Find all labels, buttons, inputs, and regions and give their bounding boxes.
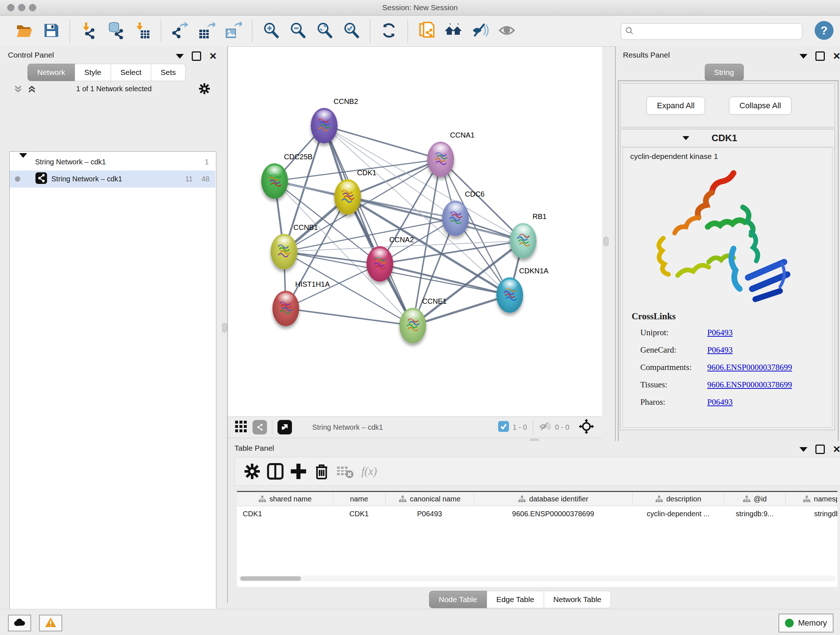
tab-edge-table[interactable]: Edge Table (487, 591, 544, 608)
table-cell[interactable]: P06493 (385, 507, 474, 521)
network-node-CCNB2[interactable] (311, 108, 338, 143)
crosslink-link[interactable]: P06493 (707, 328, 733, 337)
network-node-CDC25B[interactable] (261, 163, 288, 199)
zoom-selected-button[interactable] (342, 22, 361, 41)
node-label-CCNA1: CCNA1 (450, 131, 475, 139)
cloud-status-button[interactable] (8, 615, 31, 631)
delete-column-trash-icon[interactable] (312, 462, 331, 481)
export-image-button[interactable] (224, 22, 243, 41)
function-builder-fx[interactable]: f(x) (362, 465, 377, 478)
zoom-out-button[interactable] (288, 22, 307, 41)
network-collection-row[interactable]: String Network – cdk1 1 (10, 154, 215, 171)
close-panel-icon[interactable]: ✕ (833, 446, 840, 453)
maximize-panel-icon[interactable] (815, 445, 825, 454)
warnings-button[interactable] (39, 615, 62, 631)
left-splitter-handle[interactable] (222, 323, 227, 333)
birdseye-grid-icon[interactable] (234, 420, 248, 435)
zoom-in-button[interactable] (262, 22, 280, 41)
table-cell[interactable]: stringdb:9... (724, 507, 785, 521)
search-input[interactable] (638, 24, 802, 39)
gene-card-header[interactable]: CDK1 (621, 129, 835, 147)
open-session-button[interactable] (15, 22, 34, 41)
node-label-CCNE1: CCNE1 (422, 297, 447, 306)
crosslink-link[interactable]: 9606.ENSP00000378699 (707, 380, 792, 389)
network-canvas[interactable]: CCNB2CCNA1CDC25BCDK1CDC6RB1CCNB1CCNA2CDK… (228, 47, 602, 416)
network-node-RB1[interactable] (510, 223, 537, 258)
table-cell[interactable]: 9606.ENSP00000378699 (474, 507, 632, 521)
maximize-panel-icon[interactable] (192, 51, 201, 61)
import-network-database-button[interactable] (106, 22, 125, 41)
tab-node-table[interactable]: Node Table (429, 591, 487, 608)
show-columns-icon[interactable] (266, 462, 285, 481)
detach-view-button[interactable] (278, 420, 292, 434)
toolbar-search[interactable] (621, 23, 802, 40)
network-options-gear-icon[interactable] (198, 82, 210, 96)
network-node-CDK1[interactable] (334, 179, 361, 215)
expand-all-button[interactable]: Expand All (646, 97, 705, 115)
table-cell[interactable]: CDK1 (237, 507, 339, 521)
network-node-CCNA1[interactable] (427, 141, 454, 177)
help-button[interactable]: ? (815, 21, 834, 40)
network-node-CCNB1[interactable] (271, 234, 297, 269)
column-header[interactable]: namespace (785, 492, 837, 506)
collapse-all-button[interactable]: Collapse All (729, 97, 791, 115)
export-network-button[interactable] (171, 22, 189, 41)
right-splitter-handle[interactable] (603, 237, 608, 246)
table-hscrollbar[interactable] (239, 576, 836, 581)
close-panel-icon[interactable]: ✕ (209, 52, 217, 60)
fit-content-crosshair-icon[interactable] (579, 419, 594, 436)
tab-network[interactable]: Network (27, 64, 75, 81)
network-node-HIST1H1A[interactable] (272, 291, 299, 326)
duplicate-network-button[interactable] (417, 22, 436, 41)
tab-network-table[interactable]: Network Table (544, 591, 611, 608)
float-panel-icon[interactable] (799, 54, 807, 59)
float-panel-icon[interactable] (176, 54, 184, 59)
network-node-CDKN1A[interactable] (496, 277, 523, 313)
collapse-all-networks-icon[interactable] (13, 84, 23, 96)
apply-layout-button[interactable] (379, 22, 398, 41)
tab-sets[interactable]: Sets (151, 64, 186, 81)
network-share-icon[interactable] (253, 420, 267, 434)
network-row-selected[interactable]: String Network – cdk1 11 48 (10, 171, 215, 187)
save-session-button[interactable] (42, 22, 60, 41)
expand-all-networks-icon[interactable] (27, 84, 37, 96)
column-header[interactable]: canonical name (385, 492, 474, 506)
column-header[interactable]: name (333, 492, 386, 506)
tab-style[interactable]: Style (75, 64, 111, 81)
export-table-button[interactable] (197, 22, 216, 41)
tab-select[interactable]: Select (111, 64, 151, 81)
network-node-CCNE1[interactable] (399, 308, 426, 343)
column-header[interactable]: shared name (237, 492, 333, 506)
network-node-CCNA2[interactable] (366, 246, 393, 282)
network-collection-count: 1 (205, 158, 209, 166)
table-cell[interactable]: stringdb (785, 507, 837, 521)
close-panel-icon[interactable]: ✕ (833, 52, 840, 60)
crosslink-link[interactable]: 9606.ENSP00000378699 (707, 363, 792, 372)
zoom-fit-button[interactable] (315, 22, 334, 41)
results-panel-title: Results Panel (623, 51, 670, 59)
tree-expander-icon[interactable] (19, 158, 27, 166)
first-neighbors-button[interactable] (444, 22, 463, 41)
table-cell[interactable]: CDK1 (333, 507, 385, 521)
delete-table-icon[interactable] (335, 462, 354, 481)
crosslink-link[interactable]: P06493 (707, 345, 733, 355)
hide-selected-button[interactable] (471, 22, 489, 41)
column-header[interactable]: database identifier (474, 492, 633, 506)
selected-checkbox-icon[interactable] (498, 421, 509, 434)
network-node-CDC6[interactable] (442, 201, 469, 236)
crosslink-link[interactable]: P06493 (707, 397, 733, 407)
create-column-plus-icon[interactable] (289, 462, 308, 481)
tab-string[interactable]: String (705, 64, 744, 81)
column-header[interactable]: @id (724, 492, 786, 506)
float-panel-icon[interactable] (799, 447, 807, 452)
maximize-panel-icon[interactable] (815, 51, 825, 61)
import-network-file-button[interactable] (79, 22, 98, 41)
import-table-button[interactable] (133, 22, 152, 41)
table-options-gear-icon[interactable] (243, 462, 262, 481)
show-all-button[interactable] (497, 22, 516, 41)
memory-button[interactable]: Memory (778, 614, 834, 632)
table-hscrollbar-thumb[interactable] (240, 576, 301, 581)
collapse-gene-icon[interactable] (683, 136, 690, 140)
column-header[interactable]: description (632, 492, 724, 506)
table-cell[interactable]: cyclin-dependent ... (632, 507, 724, 521)
